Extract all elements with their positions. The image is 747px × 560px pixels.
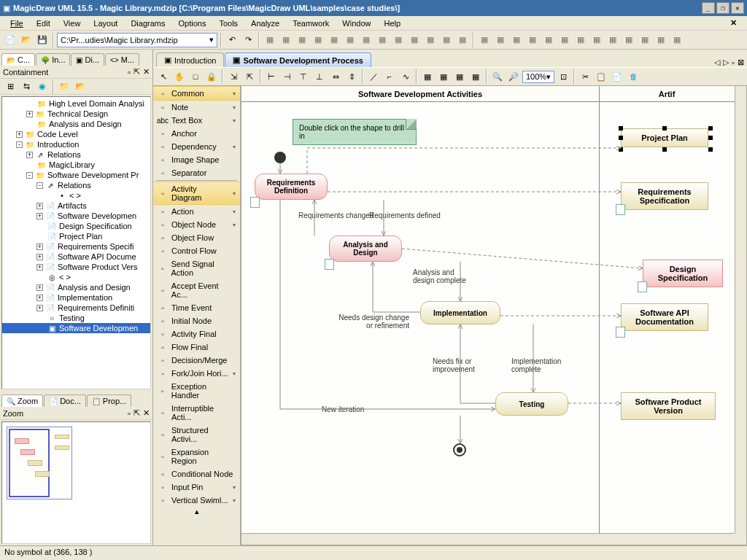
distribute-icon[interactable]: ⇔ [328,69,343,84]
distribute-icon[interactable]: ⇕ [344,69,359,84]
tree-expander[interactable]: - [16,141,23,148]
menu-view[interactable]: View [58,18,87,29]
palette-item[interactable]: ▫Separator [153,166,240,179]
dropdown-icon[interactable]: ▾ [233,370,236,377]
panel-pin-icon[interactable]: ⇱ [133,67,140,77]
palette-item[interactable]: ▫Decision/Merge [153,354,240,367]
tree-expander[interactable]: + [36,203,43,209]
tool-icon[interactable]: ▦ [557,33,572,47]
bottom-tab-zoom[interactable]: 🔍 Zoom [1,394,43,407]
tool-icon[interactable]: ▦ [622,33,636,47]
tree-expander[interactable]: + [36,244,43,250]
tree-expander[interactable]: - [26,172,33,179]
tool-icon[interactable]: ▦ [493,33,508,47]
zoom-overview[interactable] [1,421,151,544]
open-button[interactable]: 📂 [19,33,34,47]
route-icon[interactable]: ／ [366,69,381,84]
palette-item[interactable]: ▫Anchor [153,127,240,140]
palette-item[interactable]: ▫Exception Handler [153,380,240,402]
tool-icon[interactable]: ▦ [423,33,438,47]
layout-tool[interactable]: ⇱ [242,69,257,84]
dropdown-icon[interactable]: ▾ [233,497,236,504]
palette-item[interactable]: ▫Interruptible Acti... [153,402,240,424]
tool-icon[interactable]: ▦ [439,33,454,47]
tab-next-icon[interactable]: ▷ [723,58,729,67]
tree-item[interactable]: -⇗Relations [2,180,150,190]
menu-tools[interactable]: Tools [213,18,244,29]
panel-minimize-icon[interactable]: ▫ [128,68,131,77]
tree-item[interactable]: +📄Software Product Vers [2,262,150,272]
artifact-project-plan[interactable]: Project Plan [621,128,708,147]
palette-item[interactable]: ▫Flow Final [153,341,240,354]
tree-item[interactable]: ▣Software Developmen [2,323,150,333]
dropdown-icon[interactable]: ▾ [233,90,236,97]
tab-close-icon[interactable]: ⊠ [738,58,744,67]
group-icon[interactable]: ▦ [420,69,435,84]
palette-item[interactable]: ▫Dependency▾ [153,140,240,153]
tab-prev-icon[interactable]: ◁ [714,58,720,67]
route-icon[interactable]: ⌐ [382,69,397,84]
tool-icon[interactable]: ▦ [541,33,556,47]
tree-item[interactable]: +📄Requirements Specifi [2,241,150,252]
palette-item[interactable]: ▫Input Pin▾ [153,481,240,494]
tool-icon[interactable]: ▦ [455,33,470,47]
zoom-level[interactable]: 100% ▾ [522,71,554,83]
palette-item[interactable]: ▫Initial Node [153,314,240,327]
save-button[interactable]: 💾 [35,33,50,47]
tree-expander[interactable]: + [26,152,33,158]
tree-expander[interactable]: + [36,264,43,271]
lock-icon[interactable]: 🔒 [204,69,219,84]
align-center-icon[interactable]: ⊣ [280,69,295,84]
zoom-in-icon[interactable]: 🔍 [490,69,505,84]
expand-collapse-button[interactable]: ⊞ [3,79,18,94]
tree-expander[interactable]: + [26,111,33,117]
tool-icon[interactable]: ▦ [525,33,540,47]
tree-item[interactable]: 📄Design Specification [2,221,150,231]
tool-icon[interactable]: ▦ [279,33,293,47]
dropdown-icon[interactable]: ▾ [233,117,236,124]
tool-icon[interactable]: ▦ [263,33,277,47]
group-icon[interactable]: ▦ [468,69,483,84]
menu-help[interactable]: Help [378,18,406,29]
panel-close-icon[interactable]: ✕ [143,67,150,77]
copy-icon[interactable]: 📋 [594,69,608,84]
sync-button[interactable]: ⇆ [19,79,34,94]
palette-item[interactable]: ▫Vertical Swiml...▾ [153,494,240,507]
tree-item[interactable]: -📁Software Development Pr [2,170,150,180]
tree-item[interactable]: +📄Analysis and Design [2,282,150,292]
palette-item[interactable]: ▫Object Node▾ [153,218,240,231]
tool-icon[interactable]: ▦ [654,33,668,47]
palette-item[interactable]: ▫Activity Final [153,327,240,341]
palette-item[interactable]: ▫Send Signal Action [153,257,240,279]
left-tab-diagrams[interactable]: ▣ Di... [71,53,104,66]
tool-icon[interactable]: ▦ [605,33,620,47]
align-left-icon[interactable]: ⊢ [264,69,279,84]
maximize-button[interactable]: ❐ [716,2,729,14]
menu-analyze[interactable]: Analyze [245,18,285,29]
left-tab-inheritance[interactable]: 🌳 In... [36,53,70,66]
tree-expander[interactable]: + [16,131,23,138]
tool-icon[interactable]: ▦ [343,33,357,47]
diagram-canvas[interactable]: Software Development Activities Artif Do… [241,86,735,533]
tree-item[interactable]: +📄Software Developmen [2,211,150,221]
artifact-design-spec[interactable]: Design Specification [643,260,723,287]
filter-button[interactable]: ◉ [35,79,50,94]
redo-button[interactable]: ↷ [241,33,255,47]
tool-icon[interactable]: ▦ [359,33,374,47]
menu-file[interactable]: File [4,18,29,29]
palette-item[interactable]: ▫Fork/Join Hori...▾ [153,367,240,380]
palette-item[interactable]: ▫Activity Diagram▾ [153,182,240,205]
tool-icon[interactable]: ▦ [589,33,604,47]
hint-note[interactable]: Double click on the shape to drill in [293,119,417,145]
address-bar[interactable]: C:\Pr...udies\Magic Library.mdzip▾ [57,33,217,47]
tree-item[interactable]: +📁Code Level [2,129,150,139]
palette-item[interactable]: ▫Time Event [153,301,240,314]
dropdown-icon[interactable]: ▾ [233,144,236,150]
tree-expander[interactable]: + [36,305,43,311]
activity-implementation[interactable]: Implementation [420,301,500,324]
initial-node[interactable] [274,152,286,163]
tree-item[interactable]: +📄Software API Docume [2,252,150,262]
menu-layout[interactable]: Layout [88,18,123,29]
panel-pin-icon[interactable]: ⇱ [133,408,140,418]
vertical-scrollbar[interactable] [735,86,746,533]
